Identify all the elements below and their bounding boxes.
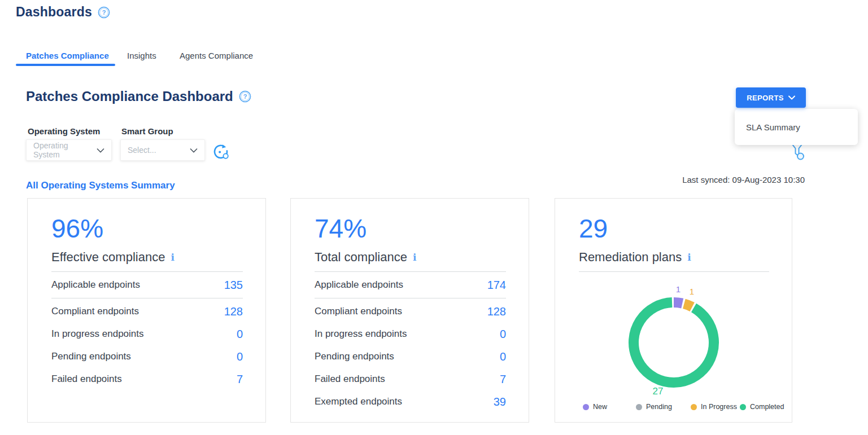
help-icon[interactable]: ?: [98, 6, 110, 19]
svg-text:?: ?: [102, 9, 106, 16]
row-label: Compliant endpoints: [315, 306, 402, 317]
effective-compliance-title: Effective compliance: [51, 250, 165, 265]
row-label: Exempted endpoints: [315, 396, 402, 407]
legend-item-completed[interactable]: Completed: [740, 403, 784, 411]
legend-label: Pending: [646, 403, 672, 411]
chevron-down-icon: [97, 148, 104, 153]
smart-group-select[interactable]: Select...: [120, 139, 205, 161]
donut-slice-new: [674, 302, 682, 304]
row-value[interactable]: 174: [487, 279, 506, 292]
legend-dot: [691, 404, 697, 410]
tab-insights[interactable]: Insights: [127, 51, 156, 60]
info-icon[interactable]: ℹ: [171, 253, 174, 262]
row-value[interactable]: 0: [237, 328, 243, 341]
table-row: Exempted endpoints 39: [315, 390, 506, 413]
legend-item-in-progress[interactable]: In Progress: [691, 403, 737, 411]
smart-group-select-placeholder: Select...: [128, 146, 156, 155]
table-row: Compliant endpoints 128: [315, 300, 506, 323]
donut-label-in-progress: 1: [690, 287, 694, 296]
menu-item-sla-summary[interactable]: SLA Summary: [735, 109, 858, 145]
help-icon[interactable]: ?: [239, 90, 251, 103]
remediation-plans-card: 29 Remediation plans ℹ 1 1 27 New Pendin…: [555, 198, 792, 423]
legend-label: New: [593, 403, 607, 411]
row-value[interactable]: 128: [487, 305, 506, 318]
remediation-plans-title: Remediation plans: [579, 250, 682, 265]
row-value[interactable]: 7: [500, 373, 506, 386]
legend-item-new[interactable]: New: [583, 403, 607, 411]
reports-button-label: REPORTS: [747, 94, 784, 102]
table-row: Failed endpoints 7: [315, 368, 506, 390]
chevron-down-icon: [190, 148, 198, 153]
last-synced-text: Last synced: 09-Aug-2023 10:30: [682, 175, 805, 184]
table-row: In progress endpoints 0: [51, 323, 243, 345]
row-label: Applicable endpoints: [51, 279, 140, 291]
row-label: Pending endpoints: [315, 351, 394, 362]
operating-system-select[interactable]: Operating System: [26, 139, 112, 161]
row-label: In progress endpoints: [315, 328, 407, 340]
info-icon[interactable]: ℹ: [687, 253, 691, 262]
row-value[interactable]: 128: [224, 305, 243, 318]
row-value[interactable]: 0: [237, 350, 243, 363]
donut-slice-completed: [634, 302, 714, 383]
row-label: Pending endpoints: [51, 351, 131, 362]
total-compliance-percentage: 74%: [315, 213, 506, 244]
table-row: Pending endpoints 0: [51, 345, 243, 368]
all-os-summary-heading[interactable]: All Operating Systems Summary: [26, 180, 175, 191]
page-header: Dashboards ?: [16, 5, 110, 20]
row-value[interactable]: 39: [494, 396, 506, 408]
operating-system-label: Operating System: [28, 126, 100, 136]
row-value[interactable]: 0: [500, 328, 506, 341]
reports-dropdown-menu: SLA Summary: [735, 109, 858, 145]
legend-dot: [583, 404, 589, 410]
active-tab-underline: [16, 64, 115, 66]
smart-group-label: Smart Group: [121, 126, 173, 136]
row-label: In progress endpoints: [51, 328, 144, 340]
section-header: Patches Compliance Dashboard ?: [26, 89, 251, 104]
refresh-sync-icon[interactable]: [213, 144, 229, 160]
remediation-donut-chart[interactable]: 1 1 27: [555, 272, 793, 402]
chevron-down-icon: [788, 95, 795, 100]
svg-text:?: ?: [243, 93, 247, 100]
table-row: Failed endpoints 7: [51, 368, 243, 390]
section-title: Patches Compliance Dashboard: [26, 89, 233, 104]
donut-slice-in-progress: [684, 304, 692, 307]
info-icon[interactable]: ℹ: [413, 253, 416, 262]
row-label: Applicable endpoints: [315, 279, 403, 291]
total-compliance-title: Total compliance: [315, 250, 407, 265]
tab-patches-compliance[interactable]: Patches Compliance: [26, 51, 109, 60]
total-compliance-card: 74% Total compliance ℹ Applicable endpoi…: [290, 198, 529, 423]
row-value[interactable]: 0: [500, 350, 506, 363]
remediation-plans-count: 29: [579, 213, 769, 244]
row-label: Failed endpoints: [51, 374, 122, 385]
legend-dot: [740, 404, 746, 410]
patches-compliance-dashboard-page: Dashboards ? Patches Compliance Insights…: [0, 0, 868, 435]
table-row: Pending endpoints 0: [315, 345, 506, 368]
legend-label: In Progress: [701, 403, 737, 411]
legend-dot: [636, 404, 642, 410]
legend-label: Completed: [750, 403, 784, 411]
operating-system-select-placeholder: Operating System: [33, 141, 97, 159]
page-title: Dashboards: [16, 5, 92, 20]
donut-label-completed: 27: [653, 386, 664, 397]
table-row: Applicable endpoints 174: [315, 272, 506, 298]
row-value[interactable]: 7: [237, 373, 243, 386]
effective-compliance-percentage: 96%: [51, 213, 243, 244]
reports-button[interactable]: REPORTS: [736, 87, 806, 108]
table-row: Applicable endpoints 135: [51, 272, 243, 298]
table-row: In progress endpoints 0: [315, 323, 506, 345]
row-label: Failed endpoints: [315, 374, 385, 385]
legend-item-pending[interactable]: Pending: [636, 403, 672, 411]
row-label: Compliant endpoints: [51, 306, 139, 317]
tab-agents-compliance[interactable]: Agents Compliance: [180, 51, 253, 60]
effective-compliance-card: 96% Effective compliance ℹ Applicable en…: [27, 198, 266, 423]
donut-label-new: 1: [676, 284, 681, 294]
row-value[interactable]: 135: [224, 279, 243, 292]
table-row: Compliant endpoints 128: [51, 300, 243, 323]
